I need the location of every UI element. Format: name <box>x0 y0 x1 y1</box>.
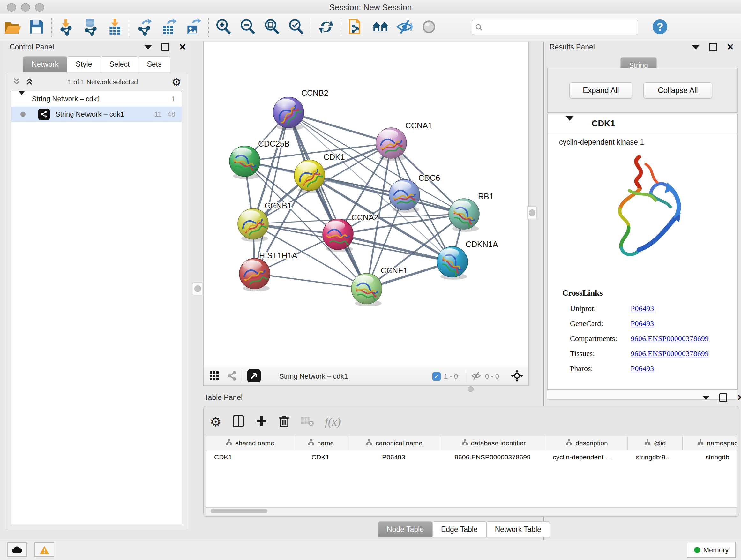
column-header-name[interactable]: name <box>294 436 348 450</box>
collapse-all-icon[interactable] <box>12 77 21 87</box>
columns-icon[interactable] <box>232 415 245 429</box>
toolbar-separator <box>466 370 466 383</box>
expand-all-icon[interactable] <box>24 77 34 87</box>
zoom-out-button[interactable] <box>235 16 260 39</box>
horizontal-splitter-handle[interactable] <box>468 386 474 392</box>
refresh-button[interactable] <box>314 16 338 39</box>
share-view-icon[interactable] <box>226 370 238 382</box>
panel-close-icon[interactable]: ✕ <box>179 44 186 51</box>
tab-network[interactable]: Network <box>23 56 67 72</box>
edge-HIST1H1A-CCNE1[interactable] <box>255 273 367 289</box>
save-icon <box>27 17 46 37</box>
node-CDK1[interactable]: CDK1 <box>294 152 345 193</box>
network-from-document-button[interactable] <box>344 16 368 39</box>
table-row[interactable]: CDK1CDK1P064939606.ENSP00000378699cyclin… <box>206 450 737 464</box>
crosslink-link[interactable]: 9606.ENSP00000378699 <box>630 334 709 343</box>
export-table-button[interactable] <box>157 16 181 39</box>
collapse-triangle-icon[interactable] <box>565 121 574 126</box>
memory-button[interactable]: Memory <box>687 542 736 558</box>
collapse-all-button[interactable]: Collapse All <box>643 82 712 98</box>
node-CDKN1A[interactable]: CDKN1A <box>437 240 498 280</box>
network-current-dot <box>20 112 25 117</box>
column-header-shared-name[interactable]: shared name <box>206 436 294 450</box>
tab-style[interactable]: Style <box>67 56 100 72</box>
expand-all-button[interactable]: Expand All <box>569 82 632 98</box>
hidden-eye-icon[interactable] <box>470 370 482 383</box>
import-table-button[interactable] <box>103 16 127 39</box>
gear-icon[interactable]: ⚙ <box>172 76 181 88</box>
zoom-fit-button[interactable] <box>260 16 284 39</box>
cloud-button[interactable] <box>7 543 27 557</box>
scrollbar-thumb[interactable] <box>211 509 267 513</box>
zoom-in-button[interactable] <box>211 16 235 39</box>
edge-CCNB2-CCNE1[interactable] <box>288 112 367 289</box>
grid-view-icon[interactable] <box>209 371 219 382</box>
table-cell: stringdb <box>681 453 737 461</box>
export-network-button[interactable] <box>133 16 157 39</box>
tab-sets[interactable]: Sets <box>138 56 170 72</box>
import-network-database-button[interactable] <box>78 16 103 39</box>
panel-close-icon[interactable]: ✕ <box>737 395 741 401</box>
panel-float-icon[interactable] <box>709 43 717 51</box>
panel-close-icon[interactable]: ✕ <box>727 44 734 51</box>
tab-edge-table[interactable]: Edge Table <box>432 521 486 537</box>
panel-menu-icon[interactable] <box>144 45 152 50</box>
tab-node-table[interactable]: Node Table <box>378 521 432 537</box>
panel-float-icon[interactable] <box>161 43 170 51</box>
network-graph[interactable]: CCNB2CCNA1CDC25BCDK1CDC6RB1CCNB1CCNA2CDK… <box>204 42 529 367</box>
column-header-namespace[interactable]: namespace <box>683 436 737 450</box>
crosslink-link[interactable]: 9606.ENSP00000378699 <box>630 349 709 358</box>
crosslink-row: GeneCard:P06493 <box>570 319 737 328</box>
fx-icon[interactable]: f(x) <box>325 415 341 428</box>
column-header-canonical-name[interactable]: canonical name <box>348 436 441 450</box>
network-collection-row[interactable]: String Network – cdk1 1 <box>11 91 182 107</box>
result-header-row[interactable]: CDK1 <box>548 114 737 133</box>
panel-menu-icon[interactable] <box>692 45 699 50</box>
crosslink-link[interactable]: P06493 <box>630 304 654 313</box>
save-session-button[interactable] <box>24 16 49 39</box>
results-panel-title: Results Panel <box>549 43 595 51</box>
right-splitter-handle[interactable] <box>527 206 537 219</box>
node-HIST1H1A[interactable]: HIST1H1A <box>239 251 297 292</box>
help-button[interactable]: ? <box>648 16 672 39</box>
tab-select[interactable]: Select <box>101 56 138 72</box>
network-canvas[interactable]: CCNB2CCNA1CDC25BCDK1CDC6RB1CCNB1CCNA2CDK… <box>203 42 529 368</box>
table-hscrollbar[interactable] <box>206 507 736 515</box>
graphics-detail-button[interactable] <box>417 16 441 39</box>
column-header-description[interactable]: description <box>546 436 628 450</box>
node-label-CCNB2: CCNB2 <box>301 88 328 98</box>
zoom-selected-button[interactable] <box>284 16 308 39</box>
edge-CCNB2-CCNA1[interactable] <box>288 112 391 143</box>
column-type-icon <box>644 439 651 447</box>
gear-icon[interactable]: ⚙ <box>210 415 221 429</box>
edge-CCNB2-HIST1H1A[interactable] <box>255 112 288 273</box>
panel-menu-icon[interactable] <box>702 395 710 400</box>
panel-float-icon[interactable] <box>719 393 727 402</box>
tab-network-table[interactable]: Network Table <box>486 521 550 537</box>
column-header-database-identifier[interactable]: database identifier <box>441 436 546 450</box>
node-RB1[interactable]: RB1 <box>449 192 494 232</box>
delete-table-icon[interactable] <box>300 415 314 428</box>
node-label-CCNB1: CCNB1 <box>265 201 292 210</box>
string-network-icon <box>38 109 50 120</box>
left-splitter-handle[interactable] <box>193 282 202 295</box>
home-pair-button[interactable] <box>368 16 393 39</box>
import-network-file-button[interactable] <box>54 16 78 39</box>
warning-button[interactable] <box>35 543 54 557</box>
hide-selected-button[interactable] <box>393 16 417 39</box>
column-header--id[interactable]: @id <box>628 436 683 450</box>
add-column-icon[interactable] <box>255 415 267 428</box>
search-input[interactable] <box>485 23 635 32</box>
export-image-button[interactable] <box>181 16 205 39</box>
open-session-button[interactable] <box>0 16 24 39</box>
trash-icon[interactable] <box>278 415 290 429</box>
collection-expander-icon[interactable] <box>18 95 25 103</box>
birdseye-toggle-icon[interactable] <box>247 368 261 384</box>
selected-checkbox-icon[interactable]: ✓ <box>432 372 441 381</box>
edge-CDK1-RB1[interactable] <box>310 175 464 214</box>
crosslink-link[interactable]: P06493 <box>630 319 654 327</box>
crosshair-icon[interactable] <box>511 369 523 383</box>
table-toolbar: ⚙ f(x) <box>210 410 341 434</box>
crosslink-link[interactable]: P06493 <box>630 364 654 373</box>
network-row-selected[interactable]: String Network – cdk1 11 48 <box>11 107 182 122</box>
